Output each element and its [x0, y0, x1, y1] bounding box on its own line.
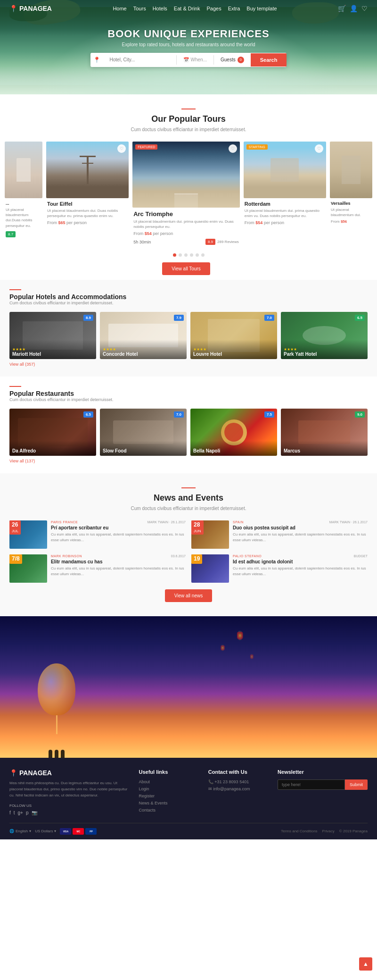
restaurant-card-alfredo[interactable]: 6.5 Da Alfredo — [9, 409, 96, 456]
tours-section-title: Our Popular Tours — [5, 114, 372, 124]
date-picker[interactable]: 📅 When... — [177, 53, 213, 66]
nav-hotels[interactable]: Hotels — [153, 6, 167, 11]
dot-1[interactable] — [173, 253, 176, 257]
user-icon[interactable]: 👤 — [350, 5, 358, 12]
cart-icon[interactable]: 🛒 — [338, 5, 346, 12]
tour-price-arc: From $54 per person — [133, 231, 239, 236]
hotel-card-concorde[interactable]: 7.9 ★★★★ Concorde Hotel — [100, 312, 187, 359]
footer-privacy[interactable]: Privacy — [322, 829, 335, 833]
hotel-card-mariott[interactable]: 8.9 ★★★★ Mariott Hotel — [9, 312, 96, 359]
tour-name-paris: ... — [6, 201, 41, 206]
view-all-restaurants-link[interactable]: View all (137) — [9, 459, 35, 463]
news-category-1: PARIS FRANCE — [51, 520, 78, 524]
footer-logo-text: PANAGEA — [19, 769, 52, 777]
news-item-4[interactable]: 19 PALIO STEFANO BUDGET Id est adhuc ign… — [191, 554, 368, 583]
tour-img-arc: FEATURED ♡ — [132, 142, 240, 208]
footer-link-about[interactable]: About — [139, 779, 199, 784]
heart-icon[interactable]: ♡ — [361, 5, 368, 12]
footer-link-contacts[interactable]: Contacts — [139, 808, 199, 812]
dot-2[interactable] — [179, 253, 182, 257]
rest-name-slow-food: Slow Food — [103, 448, 184, 453]
view-all-news-btn[interactable]: View all news — [165, 589, 212, 602]
tours-section: Our Popular Tours Cum doctus civibus eff… — [0, 94, 377, 280]
dot-5[interactable] — [196, 253, 199, 257]
restaurants-title: Popular Restaurants — [9, 390, 368, 397]
news-item-3[interactable]: 7/8 MARK ROBINSON 03.6.2017 Elitr mandam… — [9, 554, 186, 583]
search-input[interactable] — [103, 53, 176, 66]
footer-link-login[interactable]: Login — [139, 787, 199, 791]
hotel-card-park-yatt[interactable]: 6.5 ★★★★ Park Yatt Hotel — [281, 312, 368, 359]
footer-twitter-link[interactable]: t — [14, 810, 15, 815]
news-meta-1: MARK TWAIN · 26.1.2017 — [148, 520, 186, 524]
footer-google-link[interactable]: g+ — [18, 810, 23, 815]
hotel-score-concorde: 7.9 — [174, 315, 184, 321]
hotel-card-louvre[interactable]: 7.0 ★★★★ Louvre Hotel — [190, 312, 277, 359]
tour-fav-rotterdam[interactable]: ♡ — [315, 144, 323, 153]
news-category-3: MARK ROBINSON — [51, 554, 82, 558]
guests-selector[interactable]: Guests 0 — [214, 53, 251, 67]
dot-3[interactable] — [184, 253, 188, 257]
footer-email: ✉ info@panagea.com — [208, 787, 268, 791]
tour-fav-arc[interactable]: ♡ — [229, 144, 237, 153]
rest-name-marcus: Marcus — [284, 448, 365, 453]
news-meta-4: BUDGET — [354, 554, 368, 558]
tours-row: ... Ut placerat blaudmentum dui.Duas nob… — [5, 142, 372, 248]
tour-img-paris — [5, 142, 42, 198]
footer-link-register[interactable]: Register — [139, 794, 199, 798]
newsletter-submit-btn[interactable]: Submit — [345, 779, 368, 790]
news-date-4: 19 — [191, 554, 202, 564]
nav-buy-template[interactable]: Buy template — [246, 6, 277, 11]
language-selector[interactable]: 🌐 English ▾ — [9, 829, 31, 833]
nav-home[interactable]: Home — [113, 6, 126, 11]
news-item-2[interactable]: 28 JUN SPAIN MARK TWAIN · 26.1.2017 Duo … — [191, 520, 368, 549]
tours-section-subtitle: Cum doctus civibus efficiantur in imperd… — [5, 127, 372, 132]
footer-follow-label: FOLLOW US — [9, 804, 130, 808]
hotel-stars-mariott: ★★★★ — [12, 347, 93, 352]
footer-terms[interactable]: Terms and Conditions — [281, 829, 317, 833]
nav-extra[interactable]: Extra — [228, 6, 240, 11]
restaurants-grid: 6.5 Da Alfredo 7.0 Slow Food — [9, 409, 368, 456]
tour-name-versailles: Versailles — [331, 201, 371, 206]
hotel-score-park-yatt: 6.5 — [355, 315, 365, 321]
restaurant-card-slow-food[interactable]: 7.0 Slow Food — [100, 409, 187, 456]
news-item-1[interactable]: 26 JUL PARIS FRANCE MARK TWAIN · 26.1.20… — [9, 520, 186, 549]
hotels-grid: 8.9 ★★★★ Mariott Hotel 7.9 ★★★★ Concorde… — [9, 312, 368, 359]
tour-rating-arc: 8.9 — [205, 239, 215, 245]
news-date-2: 28 JUN — [191, 520, 204, 535]
news-grid: 26 JUL PARIS FRANCE MARK TWAIN · 26.1.20… — [9, 520, 368, 583]
tour-name-rotterdam: Rotterdam — [245, 201, 325, 207]
hotel-stars-park-yatt: ★★★★ — [284, 347, 365, 352]
nav-tours[interactable]: Tours — [133, 6, 146, 11]
restaurant-card-bella-napoli[interactable]: 7.5 Bella Napoli — [190, 409, 277, 456]
footer-newsletter-title: Newsletter — [278, 769, 368, 775]
hotel-name-louvre: Louvre Hotel — [193, 352, 274, 357]
search-button[interactable]: Search — [251, 53, 287, 67]
news-meta-3: 03.6.2017 — [171, 554, 186, 558]
hotel-name-concorde: Concorde Hotel — [103, 352, 184, 357]
hotel-name-mariott: Mariott Hotel — [12, 352, 93, 357]
nav-pages[interactable]: Pages — [206, 6, 221, 11]
currency-selector[interactable]: US Dollars ▾ — [35, 829, 56, 833]
footer-contact-title: Contact with Us — [208, 769, 268, 775]
footer-link-news[interactable]: News & Events — [139, 801, 199, 805]
view-all-hotels-link[interactable]: View all (357) — [9, 362, 35, 367]
newsletter-input[interactable] — [278, 779, 345, 790]
tour-img-rotterdam: STARTING ♡ — [244, 142, 326, 198]
restaurant-card-marcus[interactable]: 9.0 Marcus — [281, 409, 368, 456]
tour-desc-versailles: Ut placerat blaudmentum dui. — [331, 207, 371, 218]
footer-desc: Mea nihil meis philosophia cu. Duo legim… — [9, 780, 130, 798]
footer-bottom: 🌐 English ▾ US Dollars ▾ VISA MC PP Term… — [9, 823, 368, 835]
dot-4[interactable] — [190, 253, 193, 257]
dot-6[interactable] — [201, 253, 205, 257]
nav-logo[interactable]: 📍 PANAGEA — [9, 5, 52, 12]
email-icon: ✉ — [208, 787, 212, 791]
footer-newsletter-col: Newsletter Submit — [278, 769, 368, 815]
view-all-tours-btn[interactable]: View all Tours — [162, 262, 210, 275]
footer-facebook-link[interactable]: f — [9, 810, 11, 815]
rest-score-slow-food: 7.0 — [174, 411, 184, 418]
nav-eat-drink[interactable]: Eat & Drink — [174, 6, 200, 11]
news-category-2: SPAIN — [233, 520, 244, 524]
footer-pinterest-link[interactable]: p — [26, 810, 29, 815]
footer-instagram-link[interactable]: 📷 — [32, 810, 37, 815]
news-desc-2: Cu eum alia elit, usu in ius appareat, d… — [233, 532, 368, 542]
